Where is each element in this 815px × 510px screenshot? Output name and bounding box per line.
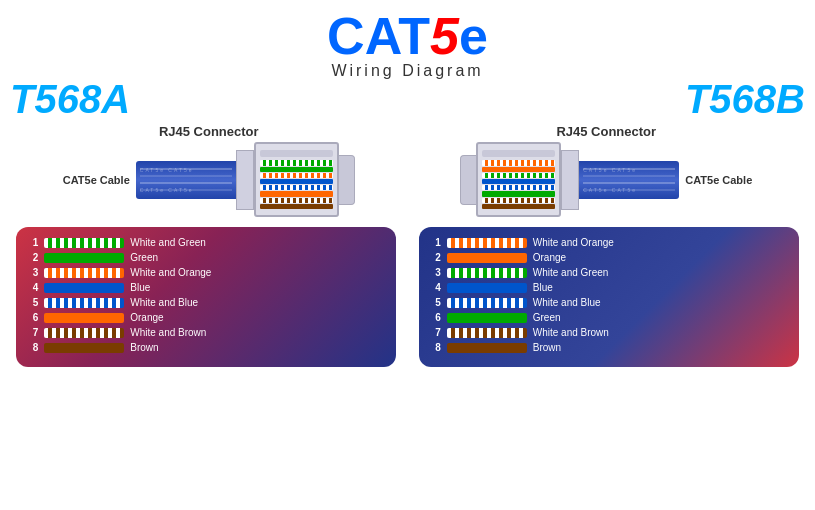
- legend-row: 7White and Brown: [28, 327, 384, 338]
- legend-row: 1White and Green: [28, 237, 384, 248]
- t568b-rj45-body: [476, 142, 561, 217]
- t568a-legend: 1White and Green2Green3White and Orange4…: [16, 227, 396, 367]
- t568a-diagram: RJ45 Connector CAT5e Cable CAT5e CAT5e C…: [24, 124, 394, 217]
- wire-label: White and Green: [130, 237, 206, 248]
- legend-row: 6Green: [431, 312, 787, 323]
- wire-color-sample: [44, 283, 124, 293]
- legends-row: 1White and Green2Green3White and Orange4…: [0, 222, 815, 372]
- t568a-connector-label: RJ45 Connector: [159, 124, 259, 139]
- t568b-clip-left: [460, 155, 476, 205]
- wire-label: White and Blue: [130, 297, 198, 308]
- wire-label: White and Brown: [533, 327, 609, 338]
- wire-color-sample: [44, 328, 124, 338]
- t568a-plug-assembly: CAT5e CAT5e CAT5e CAT5e: [136, 142, 355, 217]
- legend-row: 8Brown: [431, 342, 787, 353]
- diagrams-row: RJ45 Connector CAT5e Cable CAT5e CAT5e C…: [0, 124, 815, 217]
- standard-labels: T568A T568B: [0, 77, 815, 122]
- t568a-cable-label: CAT5e Cable: [63, 174, 130, 186]
- t568a-rj45-body: [254, 142, 339, 217]
- t568b-connector-label: RJ45 Connector: [556, 124, 656, 139]
- wire-color-sample: [44, 238, 124, 248]
- t568b-diagram: RJ45 Connector: [421, 124, 791, 217]
- t568b-connector-area: CAT5e CAT5e CAT5e CAT5e CAT5e Cable: [421, 142, 791, 217]
- t568a-legend-rows: 1White and Green2Green3White and Orange4…: [28, 237, 384, 353]
- wire-label: Blue: [130, 282, 150, 293]
- pin-number: 6: [28, 312, 38, 323]
- pin-number: 4: [28, 282, 38, 293]
- t568b-plug-assembly: CAT5e CAT5e CAT5e CAT5e: [460, 142, 679, 217]
- t568a-connector-area: CAT5e Cable CAT5e CAT5e CAT5e CAT5e: [24, 142, 394, 217]
- wire-label: White and Green: [533, 267, 609, 278]
- wire-label: White and Blue: [533, 297, 601, 308]
- pin-number: 8: [28, 342, 38, 353]
- wire-label: Brown: [130, 342, 158, 353]
- wire-color-sample: [447, 328, 527, 338]
- wire-label: Brown: [533, 342, 561, 353]
- wire-color-sample: [44, 268, 124, 278]
- wire-label: Green: [533, 312, 561, 323]
- pin-number: 3: [28, 267, 38, 278]
- wire-color-sample: [44, 253, 124, 263]
- wire-color-sample: [447, 283, 527, 293]
- t568b-cable-label: CAT5e Cable: [685, 174, 752, 186]
- wire-color-sample: [44, 313, 124, 323]
- wire-color-sample: [447, 343, 527, 353]
- pin-number: 4: [431, 282, 441, 293]
- wire-color-sample: [447, 253, 527, 263]
- wire-color-sample: [447, 298, 527, 308]
- t568a-label: T568A: [10, 77, 130, 122]
- legend-row: 6Orange: [28, 312, 384, 323]
- legend-row: 4Blue: [28, 282, 384, 293]
- wire-color-sample: [447, 313, 527, 323]
- header: CAT5e Wiring Diagram: [0, 0, 815, 82]
- pin-number: 1: [28, 237, 38, 248]
- wire-color-sample: [44, 343, 124, 353]
- pin-number: 7: [28, 327, 38, 338]
- t568b-legend-rows: 1White and Orange2Orange3White and Green…: [431, 237, 787, 353]
- legend-row: 4Blue: [431, 282, 787, 293]
- legend-row: 5White and Blue: [28, 297, 384, 308]
- pin-number: 5: [431, 297, 441, 308]
- legend-row: 8Brown: [28, 342, 384, 353]
- t568b-right-housing: [561, 150, 579, 210]
- legend-row: 3White and Green: [431, 267, 787, 278]
- pin-number: 8: [431, 342, 441, 353]
- pin-number: 7: [431, 327, 441, 338]
- t568b-cable-body: CAT5e CAT5e CAT5e CAT5e: [579, 161, 679, 199]
- main-title: CAT5e: [0, 10, 815, 62]
- wire-label: White and Brown: [130, 327, 206, 338]
- wire-label: White and Orange: [130, 267, 211, 278]
- wire-color-sample: [44, 298, 124, 308]
- legend-row: 2Orange: [431, 252, 787, 263]
- wire-color-sample: [447, 268, 527, 278]
- legend-row: 7White and Brown: [431, 327, 787, 338]
- t568a-cable-body: CAT5e CAT5e CAT5e CAT5e: [136, 161, 236, 199]
- wire-label: White and Orange: [533, 237, 614, 248]
- pin-number: 5: [28, 297, 38, 308]
- legend-row: 5White and Blue: [431, 297, 787, 308]
- legend-row: 1White and Orange: [431, 237, 787, 248]
- wire-label: Orange: [130, 312, 163, 323]
- pin-number: 1: [431, 237, 441, 248]
- pin-number: 2: [431, 252, 441, 263]
- t568a-left-housing: [236, 150, 254, 210]
- legend-row: 3White and Orange: [28, 267, 384, 278]
- t568b-legend: 1White and Orange2Orange3White and Green…: [419, 227, 799, 367]
- wire-label: Orange: [533, 252, 566, 263]
- legend-row: 2Green: [28, 252, 384, 263]
- wire-label: Green: [130, 252, 158, 263]
- pin-number: 2: [28, 252, 38, 263]
- pin-number: 3: [431, 267, 441, 278]
- t568b-label: T568B: [685, 77, 805, 122]
- wire-label: Blue: [533, 282, 553, 293]
- t568a-clip: [339, 155, 355, 205]
- pin-number: 6: [431, 312, 441, 323]
- wire-color-sample: [447, 238, 527, 248]
